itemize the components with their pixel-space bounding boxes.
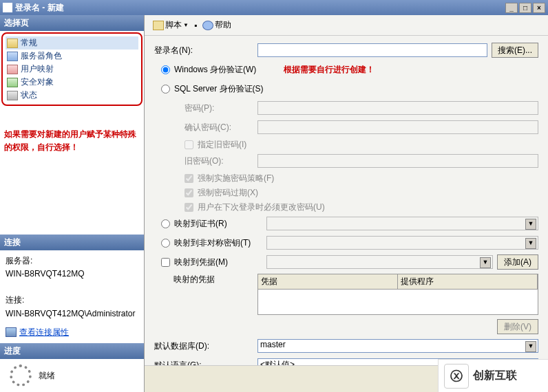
watermark-text: 创新互联 (473, 369, 517, 383)
map-asym-radio[interactable] (161, 239, 170, 248)
confirm-password-label: 确认密码(C): (154, 122, 257, 133)
progress-header: 进度 (0, 343, 144, 359)
map-cert-select (266, 217, 538, 230)
confirm-password-input (257, 120, 538, 134)
provider-col-header: 提供程序 (398, 274, 538, 290)
window-titlebar: 登录名 - 新建 _ □ × (0, 0, 548, 15)
watermark: ⓧ 创新互联 (438, 359, 548, 392)
default-db-label: 默认数据库(D): (154, 340, 257, 352)
map-cred-label: 映射到凭据(M) (174, 257, 266, 268)
form-area: 登录名(N): 搜索(E)... Windows 身份验证(W) 根据需要自行进… (145, 36, 548, 365)
right-panel: 脚本 ▼ ▪ 帮助 登录名(N): 搜索(E)... Windows 身份验证(… (145, 15, 548, 392)
password-input (257, 101, 538, 115)
default-lang-label: 默认语言(G): (154, 360, 257, 366)
password-label: 密码(P): (154, 102, 257, 114)
nav-label: 用户映射 (21, 63, 54, 75)
minimize-button[interactable]: _ (505, 3, 518, 13)
map-cert-radio[interactable] (161, 219, 170, 228)
map-cred-checkbox[interactable] (161, 258, 170, 267)
ready-label: 就绪 (39, 370, 55, 382)
toolbar: 脚本 ▼ ▪ 帮助 (145, 15, 548, 36)
map-asym-select (266, 236, 538, 250)
nav-label: 状态 (21, 89, 37, 101)
specify-old-label: 指定旧密码(I) (198, 139, 246, 151)
conn-label: 连接: (6, 294, 138, 307)
close-button[interactable]: × (533, 3, 545, 13)
map-cert-label: 映射到证书(R) (174, 218, 266, 230)
specify-old-checkbox (185, 140, 193, 149)
script-button[interactable]: 脚本 ▼ (150, 18, 191, 32)
lock-icon (7, 78, 18, 87)
user-icon (7, 65, 18, 74)
must-change-checkbox (185, 203, 193, 212)
map-cred-select (266, 255, 493, 269)
help-icon (202, 21, 213, 30)
old-password-label: 旧密码(O): (154, 155, 257, 167)
nav-label: 常规 (21, 37, 37, 49)
help-label: 帮助 (215, 19, 231, 31)
windows-auth-label: Windows 身份验证(W) (174, 64, 256, 76)
chevron-down-icon: ▼ (183, 22, 189, 28)
search-button[interactable]: 搜索(E)... (492, 43, 538, 58)
sql-auth-label: SQL Server 身份验证(S) (174, 83, 264, 95)
server-value: WIN-B8RVQT412MQ (6, 268, 138, 281)
nav-server-roles[interactable]: 服务器角色 (6, 50, 138, 63)
delete-button: 删除(V) (497, 319, 538, 334)
nav-general[interactable]: 常规 (6, 36, 138, 50)
toolbar-separator: ▪ (194, 21, 197, 30)
spinner-icon (10, 364, 32, 386)
sql-auth-radio[interactable] (161, 85, 170, 94)
server-label: 服务器: (6, 254, 138, 268)
conn-value: WIN-B8RVQT412MQ\Administrator (6, 307, 138, 320)
connection-icon (6, 327, 17, 337)
script-label: 脚本 (165, 19, 182, 31)
left-annotation: 如果需要对新建的用户赋予某种特殊的权限，自行选择！ (0, 107, 144, 161)
map-asym-label: 映射到非对称密钥(T) (174, 237, 266, 249)
maximize-button[interactable]: □ (519, 3, 531, 13)
enforce-expire-checkbox (185, 188, 193, 197)
select-page-header: 选择页 (0, 15, 144, 31)
cred-col-header: 凭据 (258, 274, 398, 290)
windows-auth-radio[interactable] (161, 65, 170, 74)
nav-list: 常规 服务器角色 用户映射 安全对象 状态 (1, 32, 143, 106)
red-note: 根据需要自行进行创建！ (284, 64, 375, 76)
nav-securables[interactable]: 安全对象 (6, 76, 138, 89)
enforce-policy-label: 强制实施密码策略(F) (198, 173, 274, 184)
progress-section: 就绪 (0, 359, 144, 392)
add-button[interactable]: 添加(A) (497, 254, 538, 270)
status-icon (7, 91, 18, 100)
enforce-expire-label: 强制密码过期(X) (198, 187, 258, 199)
must-change-label: 用户在下次登录时必须更改密码(U) (198, 202, 325, 213)
login-name-input[interactable] (257, 43, 487, 57)
script-icon (153, 21, 164, 30)
credentials-grid[interactable]: 凭据 提供程序 (257, 274, 538, 315)
server-icon (7, 52, 18, 61)
nav-user-mapping[interactable]: 用户映射 (6, 63, 138, 76)
nav-status[interactable]: 状态 (6, 89, 138, 102)
help-button[interactable]: 帮助 (200, 18, 234, 32)
watermark-logo: ⓧ (444, 364, 469, 389)
mapped-creds-label: 映射的凭据 (154, 274, 257, 285)
app-icon (3, 3, 12, 12)
nav-label: 服务器角色 (21, 50, 62, 62)
page-icon (7, 39, 18, 48)
connection-header: 连接 (0, 235, 144, 250)
enforce-policy-checkbox (185, 174, 193, 183)
nav-label: 安全对象 (21, 76, 54, 88)
connection-section: 服务器: WIN-B8RVQT412MQ 连接: WIN-B8RVQT412MQ… (0, 250, 144, 343)
window-title: 登录名 - 新建 (15, 2, 504, 14)
old-password-input (257, 154, 538, 168)
default-db-select[interactable]: master (257, 339, 538, 353)
view-conn-text: 查看连接属性 (19, 326, 69, 339)
left-panel: 选择页 常规 服务器角色 用户映射 安全对象 状态 如果需要对 (0, 15, 145, 392)
login-name-label: 登录名(N): (154, 45, 257, 56)
view-connection-link[interactable]: 查看连接属性 (6, 326, 138, 339)
